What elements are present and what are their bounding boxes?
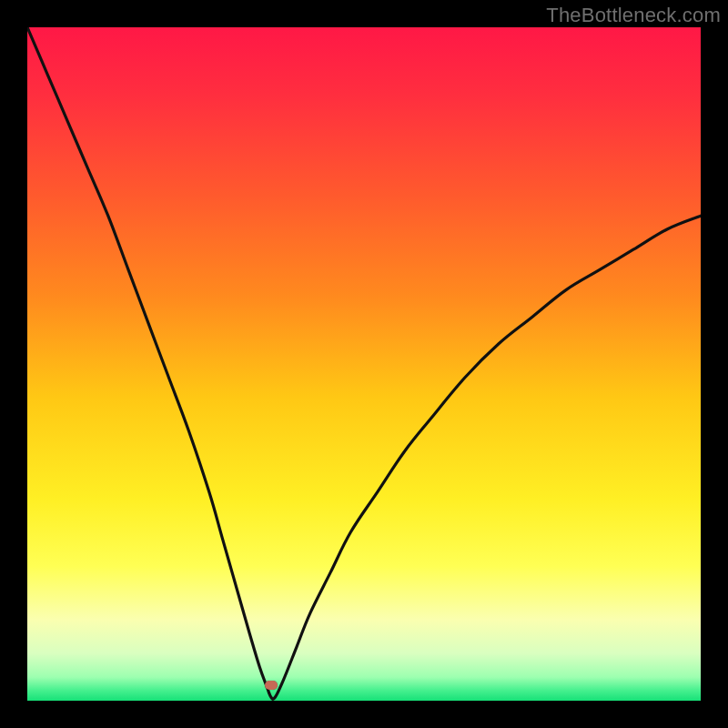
watermark-text: TheBottleneck.com xyxy=(546,4,721,27)
bottleneck-curve xyxy=(27,27,701,701)
optimal-marker xyxy=(265,681,278,690)
chart-frame: TheBottleneck.com xyxy=(0,0,728,728)
plot-area xyxy=(27,27,701,701)
